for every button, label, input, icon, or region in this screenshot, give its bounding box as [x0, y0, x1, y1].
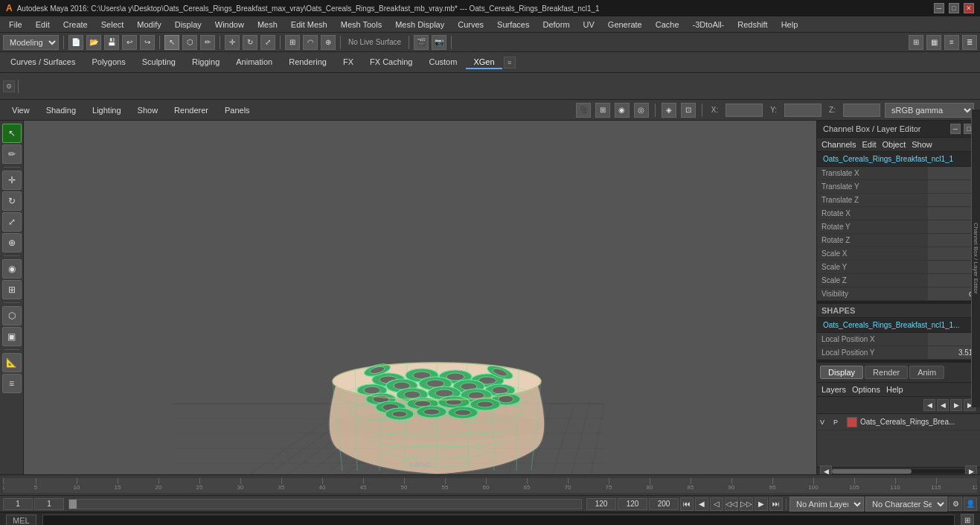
- layer-playback-check[interactable]: P: [833, 419, 844, 426]
- no-anim-layer-select[interactable]: No Anim Layer: [790, 497, 864, 512]
- channel-row[interactable]: Rotate Z0: [817, 234, 980, 247]
- 3d-viewport[interactable]: X Y Z persp: [24, 121, 816, 474]
- menu-item-mesh[interactable]: Mesh: [252, 19, 284, 31]
- shelf-tab-sculpting[interactable]: Sculpting: [135, 56, 183, 69]
- channels-menu[interactable]: Channels: [822, 140, 856, 149]
- range-end-input[interactable]: [586, 498, 616, 510]
- scale-tool-left[interactable]: ⤢: [2, 212, 22, 232]
- display-settings-button[interactable]: ⊞: [909, 35, 923, 50]
- horizontal-scrollbar[interactable]: ◀ ▶: [817, 467, 980, 474]
- menu-item-select[interactable]: Select: [95, 19, 130, 31]
- shelf-tab-animation[interactable]: Animation: [228, 56, 280, 69]
- display-layer-left[interactable]: ≡: [2, 374, 22, 393]
- select-tool-button[interactable]: ↖: [164, 35, 179, 50]
- component-mode-left[interactable]: ⊞: [2, 280, 22, 299]
- attribute-editor-button[interactable]: ≡: [944, 35, 959, 50]
- scroll-right-btn[interactable]: ▶: [965, 465, 977, 475]
- channel-row[interactable]: Scale Y1: [817, 261, 980, 274]
- menu-item-modify[interactable]: Modify: [131, 19, 167, 31]
- show-menu[interactable]: Show: [912, 140, 932, 149]
- viewport-show-menu[interactable]: Show: [132, 104, 164, 116]
- layer-visibility-check[interactable]: V: [820, 419, 830, 426]
- shelf-tab-fx-caching[interactable]: FX Caching: [362, 56, 420, 69]
- save-scene-button[interactable]: 💾: [104, 35, 119, 50]
- shelf-tab-rigging[interactable]: Rigging: [185, 56, 227, 69]
- menu-item-window[interactable]: Window: [209, 19, 250, 31]
- open-scene-button[interactable]: 📂: [86, 35, 101, 50]
- shelf-tab-fx[interactable]: FX: [336, 56, 361, 69]
- shelf-tab-rendering[interactable]: Rendering: [281, 56, 334, 69]
- step-fwd-btn[interactable]: ▶: [755, 497, 768, 511]
- time-slider-thumb[interactable]: [69, 500, 77, 509]
- rotate-tool-button[interactable]: ↻: [243, 35, 257, 50]
- select-tool-left[interactable]: ↖: [2, 124, 22, 143]
- no-char-set-select[interactable]: No Character Set: [865, 497, 947, 512]
- command-line-input[interactable]: [42, 515, 955, 526]
- shelf-tab-xgen[interactable]: XGen: [466, 56, 502, 69]
- new-scene-button[interactable]: 📄: [68, 35, 83, 50]
- scale-tool-button[interactable]: ⤢: [260, 35, 275, 50]
- gamma-select[interactable]: sRGB gamma: [885, 103, 974, 118]
- attribute-editor-side-tab[interactable]: Channel Box / Layer Editor: [971, 109, 980, 407]
- shelf-tab-custom[interactable]: Custom: [422, 56, 465, 69]
- menu-item-redshift[interactable]: Redshift: [731, 19, 773, 31]
- wireframe-button[interactable]: ⊞: [595, 103, 610, 118]
- shelf-settings-button[interactable]: ≡: [504, 57, 516, 69]
- channel-box-button[interactable]: ≣: [962, 35, 977, 50]
- paint-select-button[interactable]: ✏: [200, 35, 215, 50]
- menu-item-create[interactable]: Create: [57, 19, 94, 31]
- channel-row[interactable]: Rotate X0: [817, 207, 980, 220]
- channel-row[interactable]: Scale Z1: [817, 274, 980, 287]
- viewport-renderer-menu[interactable]: Renderer: [168, 104, 214, 116]
- layer-help-menu[interactable]: Help: [886, 385, 903, 394]
- camera-icon[interactable]: 🎥: [576, 103, 591, 118]
- menu-item-file[interactable]: File: [3, 19, 28, 31]
- snap-point-button[interactable]: ⊕: [321, 35, 336, 50]
- move-tool-button[interactable]: ✛: [225, 35, 240, 50]
- display-tab-display[interactable]: Display: [820, 366, 863, 379]
- redo-button[interactable]: ↪: [140, 35, 155, 50]
- ui-elements-button[interactable]: ▦: [926, 35, 941, 50]
- skip-to-start-btn[interactable]: ⏮: [680, 497, 694, 511]
- menu-item-edit-mesh[interactable]: Edit Mesh: [285, 19, 333, 31]
- layer-row[interactable]: V P Oats_Cereals_Rings_Brea...: [817, 414, 980, 430]
- isolate-button[interactable]: ◈: [662, 103, 676, 118]
- back-btn[interactable]: ◁: [710, 497, 723, 511]
- menu-item-help[interactable]: Help: [775, 19, 804, 31]
- mode-dropdown[interactable]: Modeling: [3, 35, 59, 50]
- menu-item-generate[interactable]: Generate: [602, 19, 648, 31]
- display-tab-anim[interactable]: Anim: [909, 366, 944, 379]
- time-slider[interactable]: [68, 499, 582, 509]
- frame-all-button[interactable]: ⊡: [681, 103, 696, 118]
- scrollbar-thumb[interactable]: [832, 469, 912, 474]
- coord-x-input[interactable]: [726, 104, 763, 117]
- menu-item-uv[interactable]: UV: [577, 19, 601, 31]
- skip-to-end-btn[interactable]: ⏭: [769, 497, 783, 511]
- max-frame-input[interactable]: [649, 498, 679, 510]
- xray-button[interactable]: ◎: [634, 103, 649, 118]
- playback-speed-input[interactable]: [618, 498, 647, 510]
- lasso-button[interactable]: ⬡: [182, 35, 197, 50]
- smooth-button[interactable]: ◉: [615, 103, 630, 118]
- command-result-btn[interactable]: ⊞: [961, 514, 974, 526]
- menu-item-cache[interactable]: Cache: [650, 19, 685, 31]
- move-tool-left[interactable]: ✛: [2, 171, 22, 190]
- layer-options-menu[interactable]: Options: [852, 385, 880, 394]
- layer-color-swatch[interactable]: [847, 417, 857, 427]
- scrollbar-track[interactable]: [832, 469, 965, 474]
- range-start-input[interactable]: [34, 498, 64, 510]
- paint-select-left[interactable]: ✏: [2, 144, 22, 164]
- channel-row[interactable]: Scale X1: [817, 247, 980, 261]
- viewport-shading-menu[interactable]: Shading: [40, 104, 82, 116]
- coord-z-input[interactable]: [843, 104, 880, 117]
- shape-channel-row[interactable]: Local Position Y3.514: [817, 346, 980, 360]
- shape-channel-row[interactable]: Local Position X0: [817, 333, 980, 346]
- char-set-settings-btn[interactable]: 👤: [964, 497, 977, 511]
- layer-icon-3[interactable]: ▶: [950, 399, 962, 411]
- channel-row[interactable]: Visibilityon: [817, 287, 980, 301]
- shelf-tab-curves-/-surfaces[interactable]: Curves / Surfaces: [3, 56, 83, 69]
- anim-layer-settings-btn[interactable]: ⚙: [949, 497, 962, 511]
- play-back-btn[interactable]: ◁◁: [725, 497, 738, 511]
- channel-row[interactable]: Translate X0: [817, 167, 980, 180]
- step-back-btn[interactable]: ◀: [695, 497, 708, 511]
